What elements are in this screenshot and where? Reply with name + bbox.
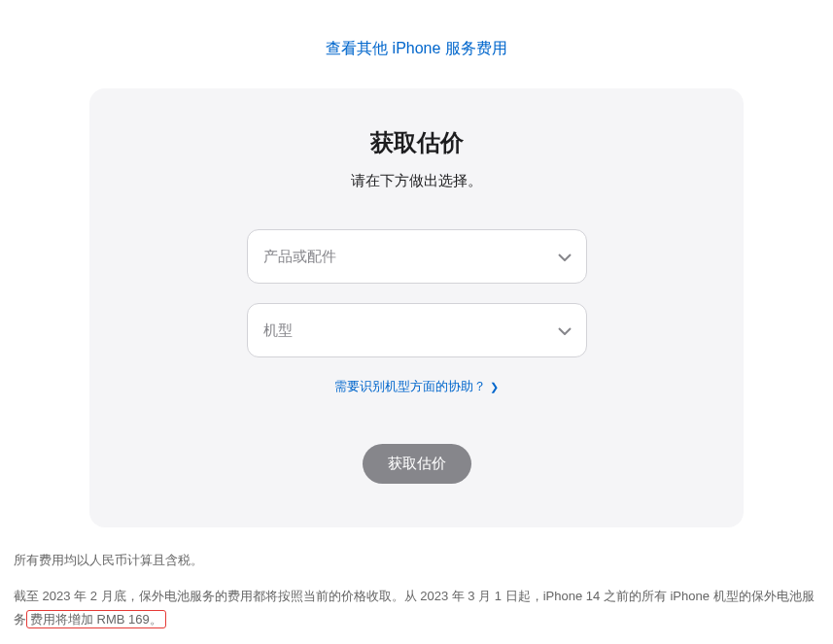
page-container: 查看其他 iPhone 服务费用 获取估价 请在下方做出选择。 产品或配件 机型… — [0, 0, 833, 630]
estimate-card: 获取估价 请在下方做出选择。 产品或配件 机型 需要识别机型方面的协助？❯ 获取… — [89, 88, 744, 527]
model-select[interactable]: 机型 — [247, 303, 587, 357]
product-select-wrapper: 产品或配件 — [247, 229, 587, 284]
model-select-wrapper: 机型 — [247, 303, 587, 357]
product-select[interactable]: 产品或配件 — [247, 229, 587, 284]
get-estimate-button[interactable]: 获取估价 — [363, 444, 471, 484]
identify-model-help-link[interactable]: 需要识别机型方面的协助？❯ — [334, 379, 499, 393]
card-title: 获取估价 — [138, 127, 695, 158]
card-subtitle: 请在下方做出选择。 — [138, 172, 695, 190]
footer-note-price-change: 截至 2023 年 2 月底，保外电池服务的费用都将按照当前的价格收取。从 20… — [14, 585, 819, 630]
view-other-services-link[interactable]: 查看其他 iPhone 服务费用 — [326, 40, 507, 56]
top-link-wrapper: 查看其他 iPhone 服务费用 — [12, 0, 821, 88]
chevron-right-icon: ❯ — [490, 381, 499, 392]
footer-note-highlight: 费用将增加 RMB 169。 — [26, 610, 166, 628]
help-link-wrapper: 需要识别机型方面的协助？❯ — [138, 377, 695, 395]
footer-notes: 所有费用均以人民币计算且含税。 截至 2023 年 2 月底，保外电池服务的费用… — [12, 549, 821, 630]
help-link-label: 需要识别机型方面的协助？ — [334, 379, 486, 393]
footer-note-currency: 所有费用均以人民币计算且含税。 — [14, 549, 819, 571]
